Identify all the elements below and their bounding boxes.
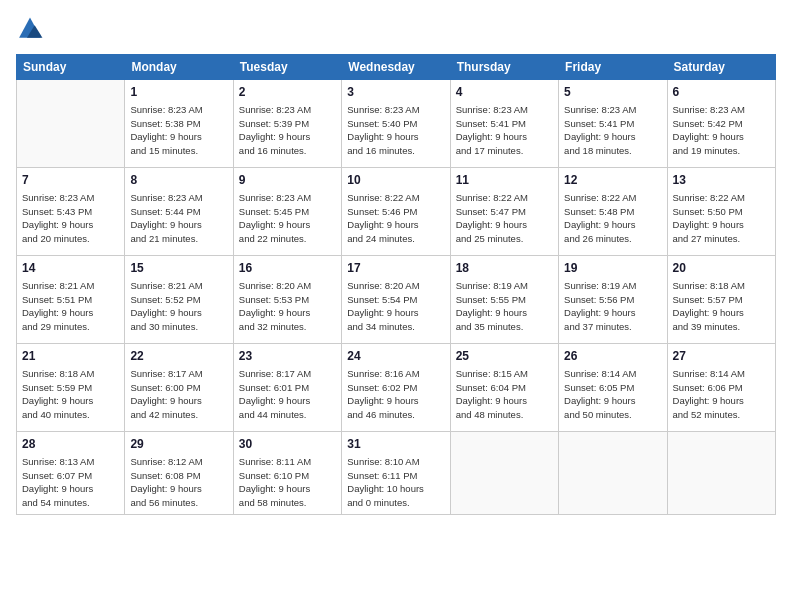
calendar-cell: 6Sunrise: 8:23 AMSunset: 5:42 PMDaylight… (667, 80, 775, 168)
calendar-cell: 31Sunrise: 8:10 AMSunset: 6:11 PMDayligh… (342, 432, 450, 515)
day-detail: Sunrise: 8:22 AMSunset: 5:46 PMDaylight:… (347, 191, 444, 246)
day-detail: Sunrise: 8:23 AMSunset: 5:43 PMDaylight:… (22, 191, 119, 246)
sunrise-text: Sunrise: 8:19 AM (456, 279, 553, 293)
day-number: 16 (239, 260, 336, 277)
daylight-hours: Daylight: 9 hours (239, 218, 336, 232)
day-number: 28 (22, 436, 119, 453)
daylight-minutes: and 40 minutes. (22, 408, 119, 422)
day-detail: Sunrise: 8:20 AMSunset: 5:54 PMDaylight:… (347, 279, 444, 334)
calendar-cell: 18Sunrise: 8:19 AMSunset: 5:55 PMDayligh… (450, 256, 558, 344)
daylight-minutes: and 42 minutes. (130, 408, 227, 422)
calendar-week-2: 7Sunrise: 8:23 AMSunset: 5:43 PMDaylight… (17, 168, 776, 256)
day-number: 20 (673, 260, 770, 277)
weekday-header-saturday: Saturday (667, 55, 775, 80)
daylight-hours: Daylight: 9 hours (347, 394, 444, 408)
daylight-minutes: and 18 minutes. (564, 144, 661, 158)
sunrise-text: Sunrise: 8:15 AM (456, 367, 553, 381)
daylight-minutes: and 39 minutes. (673, 320, 770, 334)
sunrise-text: Sunrise: 8:19 AM (564, 279, 661, 293)
sunset-text: Sunset: 6:10 PM (239, 469, 336, 483)
day-number: 22 (130, 348, 227, 365)
daylight-hours: Daylight: 9 hours (239, 130, 336, 144)
calendar-cell: 27Sunrise: 8:14 AMSunset: 6:06 PMDayligh… (667, 344, 775, 432)
calendar-cell: 13Sunrise: 8:22 AMSunset: 5:50 PMDayligh… (667, 168, 775, 256)
calendar-cell: 29Sunrise: 8:12 AMSunset: 6:08 PMDayligh… (125, 432, 233, 515)
sunrise-text: Sunrise: 8:21 AM (22, 279, 119, 293)
calendar-cell: 24Sunrise: 8:16 AMSunset: 6:02 PMDayligh… (342, 344, 450, 432)
day-number: 5 (564, 84, 661, 101)
daylight-hours: Daylight: 9 hours (130, 130, 227, 144)
daylight-hours: Daylight: 9 hours (130, 394, 227, 408)
daylight-minutes: and 26 minutes. (564, 232, 661, 246)
day-detail: Sunrise: 8:12 AMSunset: 6:08 PMDaylight:… (130, 455, 227, 510)
sunset-text: Sunset: 6:00 PM (130, 381, 227, 395)
weekday-header-friday: Friday (559, 55, 667, 80)
day-number: 27 (673, 348, 770, 365)
day-number: 8 (130, 172, 227, 189)
sunrise-text: Sunrise: 8:20 AM (239, 279, 336, 293)
daylight-minutes: and 58 minutes. (239, 496, 336, 510)
day-detail: Sunrise: 8:23 AMSunset: 5:40 PMDaylight:… (347, 103, 444, 158)
calendar-cell: 21Sunrise: 8:18 AMSunset: 5:59 PMDayligh… (17, 344, 125, 432)
sunset-text: Sunset: 5:50 PM (673, 205, 770, 219)
day-detail: Sunrise: 8:21 AMSunset: 5:51 PMDaylight:… (22, 279, 119, 334)
sunrise-text: Sunrise: 8:18 AM (22, 367, 119, 381)
day-detail: Sunrise: 8:22 AMSunset: 5:48 PMDaylight:… (564, 191, 661, 246)
daylight-hours: Daylight: 9 hours (130, 306, 227, 320)
calendar-week-3: 14Sunrise: 8:21 AMSunset: 5:51 PMDayligh… (17, 256, 776, 344)
page: SundayMondayTuesdayWednesdayThursdayFrid… (0, 0, 792, 612)
calendar-cell (559, 432, 667, 515)
sunrise-text: Sunrise: 8:16 AM (347, 367, 444, 381)
calendar-cell: 2Sunrise: 8:23 AMSunset: 5:39 PMDaylight… (233, 80, 341, 168)
day-number: 3 (347, 84, 444, 101)
day-detail: Sunrise: 8:23 AMSunset: 5:38 PMDaylight:… (130, 103, 227, 158)
sunset-text: Sunset: 5:41 PM (456, 117, 553, 131)
sunset-text: Sunset: 6:08 PM (130, 469, 227, 483)
sunset-text: Sunset: 6:06 PM (673, 381, 770, 395)
day-detail: Sunrise: 8:22 AMSunset: 5:47 PMDaylight:… (456, 191, 553, 246)
day-detail: Sunrise: 8:23 AMSunset: 5:42 PMDaylight:… (673, 103, 770, 158)
daylight-hours: Daylight: 9 hours (456, 394, 553, 408)
sunrise-text: Sunrise: 8:23 AM (130, 103, 227, 117)
sunrise-text: Sunrise: 8:14 AM (673, 367, 770, 381)
day-number: 6 (673, 84, 770, 101)
daylight-hours: Daylight: 9 hours (564, 306, 661, 320)
daylight-minutes: and 24 minutes. (347, 232, 444, 246)
day-detail: Sunrise: 8:23 AMSunset: 5:45 PMDaylight:… (239, 191, 336, 246)
sunset-text: Sunset: 5:47 PM (456, 205, 553, 219)
day-number: 24 (347, 348, 444, 365)
sunrise-text: Sunrise: 8:10 AM (347, 455, 444, 469)
day-number: 17 (347, 260, 444, 277)
calendar-cell: 11Sunrise: 8:22 AMSunset: 5:47 PMDayligh… (450, 168, 558, 256)
sunset-text: Sunset: 5:55 PM (456, 293, 553, 307)
logo-icon (16, 16, 44, 44)
daylight-hours: Daylight: 9 hours (22, 394, 119, 408)
day-detail: Sunrise: 8:14 AMSunset: 6:05 PMDaylight:… (564, 367, 661, 422)
daylight-minutes: and 20 minutes. (22, 232, 119, 246)
calendar-cell: 7Sunrise: 8:23 AMSunset: 5:43 PMDaylight… (17, 168, 125, 256)
calendar-cell: 12Sunrise: 8:22 AMSunset: 5:48 PMDayligh… (559, 168, 667, 256)
day-detail: Sunrise: 8:18 AMSunset: 5:59 PMDaylight:… (22, 367, 119, 422)
daylight-hours: Daylight: 9 hours (673, 218, 770, 232)
daylight-hours: Daylight: 10 hours (347, 482, 444, 496)
calendar-week-1: 1Sunrise: 8:23 AMSunset: 5:38 PMDaylight… (17, 80, 776, 168)
daylight-hours: Daylight: 9 hours (22, 218, 119, 232)
day-number: 18 (456, 260, 553, 277)
daylight-minutes: and 21 minutes. (130, 232, 227, 246)
day-detail: Sunrise: 8:11 AMSunset: 6:10 PMDaylight:… (239, 455, 336, 510)
daylight-hours: Daylight: 9 hours (239, 482, 336, 496)
day-detail: Sunrise: 8:17 AMSunset: 6:01 PMDaylight:… (239, 367, 336, 422)
day-number: 26 (564, 348, 661, 365)
daylight-hours: Daylight: 9 hours (130, 482, 227, 496)
sunrise-text: Sunrise: 8:22 AM (347, 191, 444, 205)
header (16, 16, 776, 44)
calendar-cell: 14Sunrise: 8:21 AMSunset: 5:51 PMDayligh… (17, 256, 125, 344)
day-detail: Sunrise: 8:10 AMSunset: 6:11 PMDaylight:… (347, 455, 444, 510)
calendar-cell: 25Sunrise: 8:15 AMSunset: 6:04 PMDayligh… (450, 344, 558, 432)
day-number: 19 (564, 260, 661, 277)
calendar-body: 1Sunrise: 8:23 AMSunset: 5:38 PMDaylight… (17, 80, 776, 515)
calendar-cell: 16Sunrise: 8:20 AMSunset: 5:53 PMDayligh… (233, 256, 341, 344)
daylight-minutes: and 25 minutes. (456, 232, 553, 246)
sunrise-text: Sunrise: 8:14 AM (564, 367, 661, 381)
day-number: 31 (347, 436, 444, 453)
